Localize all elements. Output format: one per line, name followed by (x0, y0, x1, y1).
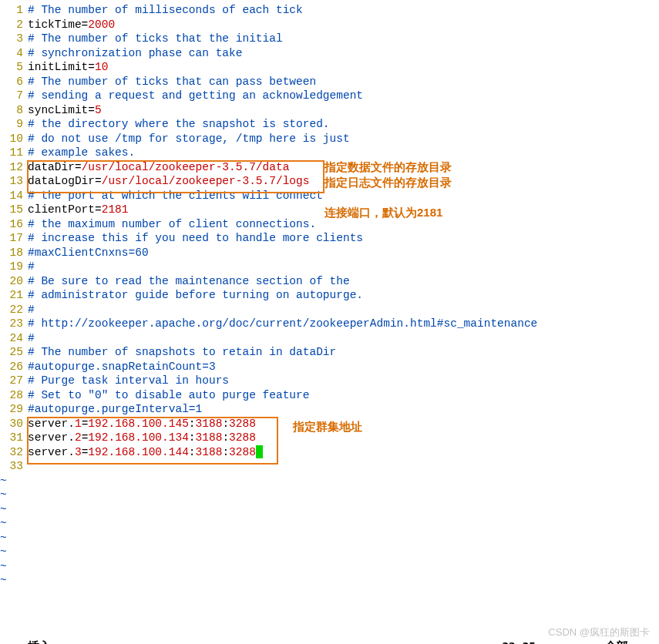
line-number: 32 (0, 445, 28, 460)
annotation-servers: 指定群集地址 (293, 420, 362, 434)
code-line[interactable]: 18#maxClientCnxns=60 (0, 246, 659, 260)
code-line[interactable]: 10# do not use /tmp for storage, /tmp he… (0, 132, 659, 146)
watermark: CSDN @疯狂的斯图卡 (548, 626, 650, 640)
status-scroll: 全部 (605, 639, 628, 644)
code-line[interactable]: 8syncLimit=5 (0, 103, 659, 118)
code-content[interactable]: initLimit=10 (28, 60, 659, 75)
code-line[interactable]: 20# Be sure to read the maintenance sect… (0, 274, 659, 289)
line-number: 29 (0, 402, 28, 417)
code-content[interactable]: tickTime=2000 (28, 18, 659, 32)
code-content[interactable]: # Set to "0" to disable auto purge featu… (28, 388, 659, 403)
empty-line-tilde: ~ (0, 559, 659, 574)
line-number: 30 (0, 417, 28, 431)
code-line[interactable]: 21# administrator guide before turning o… (0, 288, 659, 303)
line-number: 18 (0, 246, 28, 260)
code-content[interactable]: # The number of ticks that the initial (28, 32, 659, 46)
code-line[interactable]: 32server.3=192.168.100.144:3188:3288 (0, 445, 659, 460)
code-line[interactable]: 23# http://zookeeper.apache.org/doc/curr… (0, 317, 659, 331)
code-line[interactable]: 24# (0, 331, 659, 346)
code-line[interactable]: 33 (0, 459, 659, 474)
code-line[interactable]: 1# The number of milliseconds of each ti… (0, 3, 659, 18)
annotation-data-dir: 指定数据文件的存放目录 (324, 160, 452, 175)
empty-line-tilde: ~ (0, 516, 659, 531)
status-pos: 32,35 (502, 639, 536, 644)
line-number: 17 (0, 231, 28, 246)
code-content[interactable]: #autopurge.snapRetainCount=3 (28, 360, 659, 374)
code-content[interactable]: server.3=192.168.100.144:3188:3288 (28, 445, 659, 460)
line-number: 27 (0, 374, 28, 388)
line-number: 16 (0, 217, 28, 232)
code-content[interactable]: # (28, 331, 659, 346)
code-line[interactable]: 29#autopurge.purgeInterval=1 (0, 402, 659, 417)
line-number: 19 (0, 260, 28, 274)
annotation-log-dir: 指定日志文件的存放目录 (324, 176, 452, 190)
code-line[interactable]: 22# (0, 303, 659, 317)
line-number: 13 (0, 174, 28, 189)
code-line[interactable]: 7# sending a request and getting an ackn… (0, 89, 659, 103)
code-content[interactable]: # the port at which the clients will con… (28, 189, 659, 203)
code-line[interactable]: 14# the port at which the clients will c… (0, 189, 659, 203)
empty-line-tilde: ~ (0, 474, 659, 488)
line-number: 1 (0, 3, 28, 18)
code-line[interactable]: 2tickTime=2000 (0, 18, 659, 32)
empty-line-tilde: ~ (0, 531, 659, 545)
line-number: 33 (0, 459, 28, 474)
line-number: 20 (0, 274, 28, 289)
code-content[interactable]: syncLimit=5 (28, 103, 659, 118)
code-line[interactable]: 6# The number of ticks that can pass bet… (0, 75, 659, 89)
line-number: 9 (0, 117, 28, 132)
code-line[interactable]: 25# The number of snapshots to retain in… (0, 345, 659, 360)
code-content[interactable]: #maxClientCnxns=60 (28, 246, 659, 260)
line-number: 6 (0, 75, 28, 89)
line-number: 25 (0, 345, 28, 360)
code-content[interactable]: # do not use /tmp for storage, /tmp here… (28, 132, 659, 146)
line-number: 14 (0, 189, 28, 203)
empty-line-tilde: ~ (0, 488, 659, 502)
code-content[interactable]: # the directory where the snapshot is st… (28, 117, 659, 132)
code-editor[interactable]: 1# The number of milliseconds of each ti… (0, 0, 659, 588)
code-content[interactable]: # (28, 260, 659, 274)
code-line[interactable]: 28# Set to "0" to disable auto purge fea… (0, 388, 659, 403)
annotation-client-port: 连接端口，默认为2181 (324, 206, 442, 220)
code-content[interactable]: # sending a request and getting an ackno… (28, 89, 659, 103)
line-number: 21 (0, 288, 28, 303)
code-content[interactable]: # Purge task interval in hours (28, 374, 659, 388)
code-line[interactable]: 27# Purge task interval in hours (0, 374, 659, 388)
line-number: 28 (0, 388, 28, 403)
cursor (256, 445, 263, 458)
code-content[interactable]: # (28, 303, 659, 317)
line-number: 22 (0, 303, 28, 317)
code-line[interactable]: 26#autopurge.snapRetainCount=3 (0, 360, 659, 374)
line-number: 3 (0, 32, 28, 46)
code-content[interactable]: # Be sure to read the maintenance sectio… (28, 274, 659, 289)
line-number: 8 (0, 103, 28, 118)
code-line[interactable]: 4# synchronization phase can take (0, 46, 659, 61)
code-content[interactable]: #autopurge.purgeInterval=1 (28, 402, 659, 417)
code-content[interactable]: # synchronization phase can take (28, 46, 659, 61)
line-number: 26 (0, 360, 28, 374)
line-number: 11 (0, 146, 28, 160)
status-mode: -- 插入 -- (8, 639, 71, 644)
line-number: 12 (0, 160, 28, 175)
line-number: 2 (0, 18, 28, 32)
code-line[interactable]: 17# increase this if you need to handle … (0, 231, 659, 246)
code-line[interactable]: 5initLimit=10 (0, 60, 659, 75)
code-line[interactable]: 19# (0, 260, 659, 274)
code-line[interactable]: 3# The number of ticks that the initial (0, 32, 659, 46)
code-content[interactable]: # example sakes. (28, 146, 659, 160)
line-number: 10 (0, 132, 28, 146)
code-content[interactable]: # http://zookeeper.apache.org/doc/curren… (28, 317, 659, 331)
code-content[interactable]: # The number of ticks that can pass betw… (28, 75, 659, 89)
code-line[interactable]: 11# example sakes. (0, 146, 659, 160)
code-line[interactable]: 9# the directory where the snapshot is s… (0, 117, 659, 132)
empty-line-tilde: ~ (0, 573, 659, 588)
code-content[interactable]: # administrator guide before turning on … (28, 288, 659, 303)
code-content[interactable]: # The number of snapshots to retain in d… (28, 345, 659, 360)
empty-line-tilde: ~ (0, 502, 659, 517)
line-number: 4 (0, 46, 28, 61)
line-number: 31 (0, 431, 28, 445)
code-content[interactable]: # The number of milliseconds of each tic… (28, 3, 659, 18)
code-content[interactable]: # increase this if you need to handle mo… (28, 231, 659, 246)
line-number: 5 (0, 60, 28, 75)
code-content[interactable] (28, 459, 659, 474)
